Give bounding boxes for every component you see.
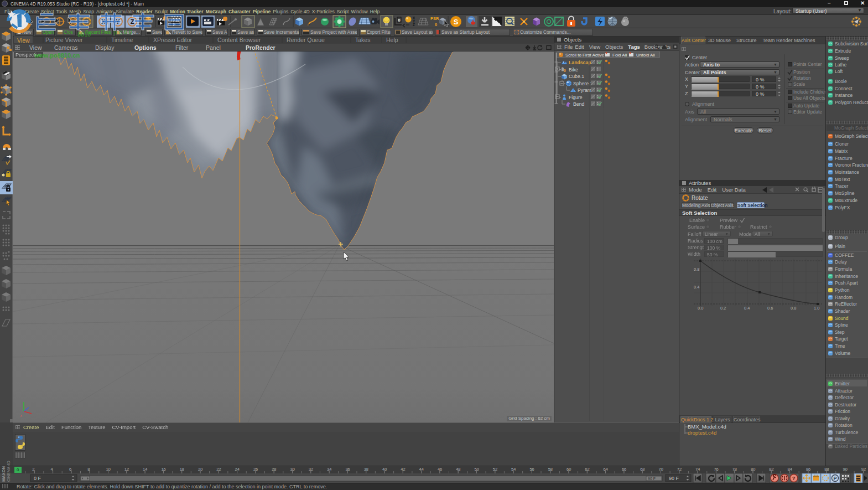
svg-text:10: 10 xyxy=(106,467,111,472)
svg-text:6: 6 xyxy=(69,467,71,472)
svg-text:30: 30 xyxy=(290,467,295,472)
svg-text:0.8: 0.8 xyxy=(694,267,699,272)
svg-text:56: 56 xyxy=(529,467,534,472)
svg-text:0: 0 xyxy=(398,18,401,23)
svg-text:76: 76 xyxy=(714,467,718,472)
svg-text:Fold All: Fold All xyxy=(612,53,627,58)
svg-text:12: 12 xyxy=(124,467,129,472)
svg-text:90 F: 90 F xyxy=(648,477,656,481)
svg-text:72: 72 xyxy=(677,467,682,472)
svg-text:42: 42 xyxy=(401,467,405,472)
svg-text:0.2: 0.2 xyxy=(720,306,726,310)
svg-text:8: 8 xyxy=(87,467,90,472)
svg-text:0: 0 xyxy=(435,22,437,27)
svg-text:34: 34 xyxy=(327,467,331,472)
svg-text:Scroll to First Active: Scroll to First Active xyxy=(565,53,605,58)
svg-text:64: 64 xyxy=(604,467,608,472)
svg-text:Sphere.1: Sphere.1 xyxy=(573,81,592,86)
svg-text:46: 46 xyxy=(438,467,442,472)
svg-text:PSR: PSR xyxy=(430,16,439,21)
svg-text:0: 0 xyxy=(17,467,19,472)
svg-text:52: 52 xyxy=(493,467,497,472)
svg-text:0.4: 0.4 xyxy=(744,306,750,310)
svg-text:Z: Z xyxy=(131,18,134,25)
svg-text:x: x xyxy=(20,414,23,417)
svg-text:Figure: Figure xyxy=(569,95,583,100)
svg-text:X: X xyxy=(101,18,106,25)
svg-text:58: 58 xyxy=(548,467,553,472)
svg-text:92: 92 xyxy=(861,467,866,472)
svg-text:60: 60 xyxy=(566,467,571,472)
svg-text:?: ? xyxy=(792,476,796,481)
svg-text:80: 80 xyxy=(751,467,755,472)
svg-text:2: 2 xyxy=(32,467,34,472)
svg-text:Bend: Bend xyxy=(573,101,584,107)
svg-text:4: 4 xyxy=(51,467,53,472)
svg-text:68: 68 xyxy=(640,467,644,472)
svg-text:32: 32 xyxy=(309,467,313,472)
svg-text:Landscape: Landscape xyxy=(569,60,594,65)
svg-text:0.4: 0.4 xyxy=(694,285,699,290)
svg-text:0.6: 0.6 xyxy=(767,306,773,310)
svg-text:40: 40 xyxy=(382,467,387,472)
svg-text:0: 0 xyxy=(564,69,566,73)
svg-text:0 F: 0 F xyxy=(34,476,41,481)
svg-text:26: 26 xyxy=(253,467,258,472)
svg-text:82: 82 xyxy=(769,467,773,472)
svg-text:CINEMA 4D: CINEMA 4D xyxy=(7,461,11,482)
svg-text:20: 20 xyxy=(198,467,202,472)
svg-text:74: 74 xyxy=(695,467,700,472)
svg-text:38: 38 xyxy=(364,467,368,472)
svg-text:14: 14 xyxy=(143,467,147,472)
svg-text:70: 70 xyxy=(659,467,663,472)
svg-text:36: 36 xyxy=(345,467,350,472)
svg-text:88: 88 xyxy=(824,467,829,472)
svg-text:22: 22 xyxy=(216,467,221,472)
svg-text:90: 90 xyxy=(843,467,848,472)
svg-text:84: 84 xyxy=(788,467,792,472)
svg-text:16: 16 xyxy=(161,467,165,472)
svg-text:18: 18 xyxy=(180,467,184,472)
svg-text:P: P xyxy=(834,476,837,481)
svg-text:0.0: 0.0 xyxy=(698,306,703,310)
svg-text:28: 28 xyxy=(272,467,276,472)
svg-text:90 F: 90 F xyxy=(669,476,679,481)
svg-text:0.8: 0.8 xyxy=(791,306,796,310)
svg-text:78: 78 xyxy=(732,467,737,472)
svg-text:Y: Y xyxy=(116,18,120,25)
svg-text:50: 50 xyxy=(475,467,479,472)
svg-text:Bike: Bike xyxy=(569,67,578,73)
svg-text:Unfold All: Unfold All xyxy=(636,53,655,58)
svg-text:MAXON: MAXON xyxy=(1,466,6,482)
svg-text:54: 54 xyxy=(511,467,516,472)
svg-text:1.0: 1.0 xyxy=(814,306,819,310)
svg-text:62: 62 xyxy=(585,467,589,472)
svg-text:48: 48 xyxy=(456,467,460,472)
svg-text:Z: Z xyxy=(413,23,415,27)
svg-text:86: 86 xyxy=(806,467,810,472)
svg-text:S: S xyxy=(454,18,459,26)
svg-text:Cube.1: Cube.1 xyxy=(569,74,584,79)
svg-text:24: 24 xyxy=(235,467,240,472)
svg-text:66: 66 xyxy=(622,467,626,472)
svg-text:44: 44 xyxy=(419,467,424,472)
